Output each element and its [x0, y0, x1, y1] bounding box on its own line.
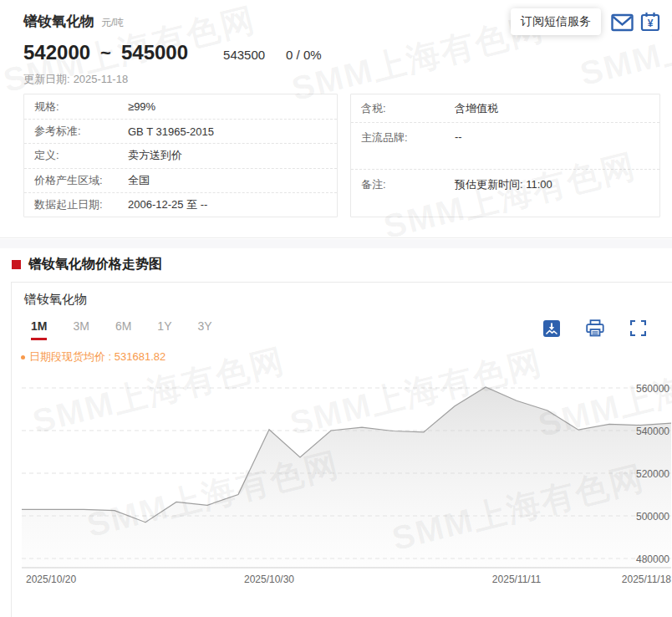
info-label: 价格产生区域:: [34, 173, 128, 188]
spec-info-table: 规格:≥99%参考标准:GB T 31965-2015定义:卖方送到价价格产生区…: [23, 94, 338, 217]
section-divider: [0, 239, 672, 248]
info-tables: 规格:≥99%参考标准:GB T 31965-2015定义:卖方送到价价格产生区…: [23, 94, 660, 217]
info-label: 参考标准:: [34, 124, 128, 139]
info-row: 规格:≥99%: [24, 94, 337, 119]
info-row: 定义:卖方送到价: [24, 143, 337, 167]
info-value: 预估更新时间: 11:00: [455, 177, 552, 192]
chart-title: 镨钕氧化物: [24, 292, 87, 308]
info-value: --: [455, 130, 462, 143]
download-image-icon[interactable]: [543, 320, 560, 337]
info-row: 参考标准:GB T 31965-2015: [24, 119, 337, 143]
price-average: 543500: [223, 48, 265, 62]
info-label: 数据起止日期:: [34, 197, 128, 212]
chart-area-series: [22, 387, 671, 568]
time-range-tabs: 1M3M6M1Y3Y: [31, 319, 238, 340]
tab-3y[interactable]: 3Y: [197, 319, 211, 340]
chart-toolbar: [543, 319, 653, 337]
tab-3m[interactable]: 3M: [73, 319, 89, 340]
info-label: 规格:: [34, 99, 128, 115]
svg-text:2025/10/30: 2025/10/30: [244, 574, 294, 585]
svg-text:2025/11/18: 2025/11/18: [622, 574, 671, 585]
info-row: 数据起止日期:2006-12-25 至 --: [24, 192, 337, 217]
svg-text:480000: 480000: [636, 553, 669, 565]
update-date-row: 更新日期:2025-11-18: [23, 72, 672, 87]
info-row: 备注:预估更新时间: 11:00: [351, 169, 659, 217]
tax-info-table: 含税:含增值税主流品牌:--备注:预估更新时间: 11:00: [350, 94, 660, 217]
legend-dot-icon: [21, 355, 25, 359]
section-header: 镨钕氧化物价格走势图: [12, 256, 162, 273]
info-value: ≥99%: [128, 100, 155, 113]
mail-icon[interactable]: [611, 13, 634, 32]
tab-1y[interactable]: 1Y: [157, 319, 171, 340]
header-actions: 订阅短信服务 ¥: [511, 8, 667, 35]
info-value: 全国: [128, 173, 150, 188]
svg-text:2025/11/11: 2025/11/11: [492, 574, 542, 585]
info-value: 卖方送到价: [128, 148, 182, 163]
subscribe-sms-button[interactable]: 订阅短信服务: [511, 8, 601, 35]
price-change: 0 / 0%: [286, 48, 322, 62]
price-subscribe-yuan-icon[interactable]: ¥: [640, 12, 660, 32]
x-axis-labels: 2025/10/202025/10/302025/11/112025/11/18: [26, 574, 671, 585]
tab-6m[interactable]: 6M: [115, 319, 131, 340]
chart-card: 镨钕氧化物 1M3M6M1Y3Y: [11, 282, 672, 617]
info-label: 含税:: [361, 101, 455, 116]
info-value: GB T 31965-2015: [128, 125, 214, 138]
info-value: 含增值税: [455, 101, 498, 116]
svg-text:540000: 540000: [636, 426, 669, 437]
price-tilde: ~: [100, 43, 111, 64]
page-title: 镨钕氧化物: [23, 12, 94, 31]
tab-1m[interactable]: 1M: [31, 319, 47, 340]
info-label: 主流品牌:: [361, 130, 455, 145]
update-date-value: 2025-11-18: [74, 73, 129, 85]
price-summary-card: 镨钕氧化物 元/吨 订阅短信服务 ¥ 542000 ~ 545000 54350…: [0, 0, 672, 238]
info-label: 备注:: [361, 177, 455, 192]
info-row: 主流品牌:--: [351, 122, 659, 169]
section-title: 镨钕氧化物价格走势图: [28, 256, 162, 273]
legend-label: 日期段现货均价 : 531681.82: [29, 349, 165, 365]
info-label: 定义:: [34, 148, 128, 163]
price-row: 542000 ~ 545000 543500 0 / 0%: [23, 41, 672, 64]
chart-legend: 日期段现货均价 : 531681.82: [21, 349, 165, 365]
update-date-label: 更新日期:: [23, 73, 70, 85]
svg-text:¥: ¥: [648, 18, 654, 29]
svg-text:520000: 520000: [636, 468, 669, 480]
info-row: 价格产生区域:全国: [24, 168, 337, 192]
print-icon[interactable]: [586, 319, 604, 337]
info-row: 含税:含增值税: [351, 94, 659, 122]
price-unit: 元/吨: [101, 16, 124, 30]
price-low: 542000: [23, 41, 90, 64]
price-trend-chart[interactable]: 560000540000520000500000480000 2025/10/2…: [12, 369, 672, 596]
fullscreen-icon[interactable]: [630, 320, 646, 336]
info-value: 2006-12-25 至 --: [128, 197, 207, 212]
svg-text:2025/10/20: 2025/10/20: [26, 574, 76, 585]
svg-text:500000: 500000: [636, 511, 669, 523]
price-high: 545000: [121, 41, 188, 64]
svg-text:560000: 560000: [636, 383, 669, 395]
section-bullet-icon: [12, 260, 21, 269]
